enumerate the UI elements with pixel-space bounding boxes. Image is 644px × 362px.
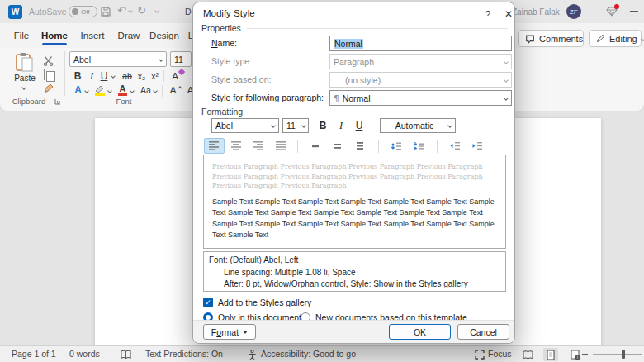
font-name-combo[interactable]: Abel <box>69 51 167 67</box>
redo-icon[interactable]: ↻ <box>137 5 146 16</box>
quick-access-dropdown-icon[interactable] <box>154 8 159 13</box>
font-size-combo[interactable]: 11 <box>170 51 192 67</box>
text-predictions-status[interactable]: Text Predictions: On <box>145 346 223 362</box>
decrease-indent-button[interactable] <box>444 138 465 154</box>
one-half-spacing-button[interactable] <box>327 138 348 154</box>
double-spacing-button[interactable] <box>349 138 370 154</box>
pencil-icon <box>596 34 605 43</box>
page-indicator[interactable]: Page 1 of 1 <box>12 346 56 362</box>
checkbox-checked-icon[interactable]: ✓ <box>203 298 213 307</box>
clipboard-dialog-launcher-icon[interactable] <box>54 98 61 105</box>
font-color-dropdown-icon[interactable] <box>130 88 135 93</box>
following-paragraph-chevron-icon <box>504 96 509 101</box>
format-font-size-value: 11 <box>286 121 296 131</box>
increase-indent-button[interactable] <box>466 138 487 154</box>
format-font-size-chevron-icon <box>301 123 306 128</box>
paste-label[interactable]: Paste <box>12 74 38 83</box>
italic-button[interactable]: I <box>86 69 97 83</box>
tab-insert[interactable]: Insert <box>74 23 111 48</box>
underline-button[interactable]: U <box>98 69 110 83</box>
undo-dropdown-icon[interactable] <box>128 8 133 13</box>
change-case-dropdown-icon[interactable] <box>153 88 158 93</box>
notification-dot <box>614 4 619 9</box>
format-dropdown-icon <box>243 331 248 334</box>
editing-mode-button[interactable]: Editing <box>589 30 642 47</box>
description-line-1: Font: (Default) Abel, Left <box>209 255 500 267</box>
word-logo-icon: W <box>8 5 22 19</box>
format-font-name-combo[interactable]: Abel <box>211 118 279 133</box>
style-type-label: Style type: <box>211 54 252 69</box>
cancel-button[interactable]: Cancel <box>457 324 509 340</box>
highlight-color-button[interactable] <box>94 84 106 96</box>
zoom-slider-track[interactable] <box>593 354 642 355</box>
zoom-out-button[interactable] <box>582 354 588 355</box>
editing-label: Editing <box>609 34 637 44</box>
align-center-button[interactable] <box>226 138 247 154</box>
bold-button[interactable]: B <box>71 69 84 83</box>
underline-dropdown-icon[interactable] <box>111 74 116 79</box>
save-icon[interactable] <box>100 6 111 17</box>
subscript-button[interactable]: x₂ <box>135 69 148 83</box>
increase-paragraph-spacing-button[interactable] <box>386 138 406 154</box>
print-layout-icon[interactable] <box>543 348 558 361</box>
paste-icon[interactable] <box>14 52 34 72</box>
autosave-toggle[interactable]: Off <box>69 6 97 17</box>
cut-icon[interactable] <box>43 55 54 66</box>
format-menu-button[interactable]: Format <box>203 324 256 340</box>
text-effects-button[interactable]: A <box>72 84 84 96</box>
format-color-chevron-icon <box>447 123 452 128</box>
format-font-size-combo[interactable]: 11 <box>282 118 309 133</box>
add-to-gallery-option[interactable]: ✓ Add to the Styles gallery <box>203 298 311 307</box>
following-paragraph-dropdown[interactable]: ¶ Normal <box>329 90 512 106</box>
format-color-combo[interactable]: Automatic <box>380 118 456 133</box>
text-effects-dropdown-icon[interactable] <box>84 88 89 93</box>
highlight-dropdown-icon[interactable] <box>107 88 112 93</box>
focus-button[interactable]: Focus <box>488 346 512 362</box>
grow-font-button[interactable]: A <box>168 84 178 96</box>
zoom-slider-thumb[interactable] <box>622 350 625 359</box>
paste-dropdown-icon[interactable] <box>21 85 26 90</box>
copy-icon[interactable] <box>44 69 45 80</box>
properties-section-label: Properties <box>201 23 508 33</box>
justify-button[interactable] <box>271 138 291 154</box>
proofing-icon[interactable] <box>121 350 131 362</box>
close-button[interactable]: ✕ <box>500 6 517 22</box>
comments-button[interactable]: Comments <box>518 30 584 47</box>
user-avatar[interactable]: ZF <box>566 4 581 19</box>
word-count[interactable]: 0 words <box>69 346 100 362</box>
superscript-button[interactable]: x² <box>149 69 161 83</box>
tab-design[interactable]: Design <box>145 23 183 48</box>
read-mode-icon[interactable] <box>520 348 535 361</box>
autosave-state: Off <box>81 8 90 16</box>
accessibility-icon[interactable] <box>248 350 257 362</box>
name-label: Name: <box>211 36 237 51</box>
align-left-button[interactable] <box>204 138 225 154</box>
modify-style-dialog: Modify Style ? ✕ Properties Name: Normal… <box>192 2 515 344</box>
format-italic-button[interactable]: I <box>334 118 348 133</box>
strikethrough-button[interactable]: ab <box>121 69 134 83</box>
style-description-box: Font: (Default) Abel, Left Line spacing:… <box>203 251 506 292</box>
style-type-chevron-icon <box>504 60 509 64</box>
name-input[interactable]: Normal <box>329 36 512 51</box>
ok-button[interactable]: OK <box>389 324 451 340</box>
style-type-value: Paragraph <box>334 57 374 67</box>
decrease-paragraph-spacing-button[interactable] <box>408 138 429 154</box>
minimize-button[interactable] <box>630 11 638 12</box>
gem-notification-icon[interactable] <box>606 7 618 17</box>
format-underline-button[interactable]: U <box>352 118 367 133</box>
tab-file[interactable]: File <box>8 23 35 48</box>
single-spacing-button[interactable] <box>305 138 325 154</box>
change-case-button[interactable]: Aa <box>139 84 153 96</box>
formatting-section-label: Formatting <box>201 107 508 117</box>
undo-icon[interactable]: ↶ <box>117 5 126 16</box>
align-right-button[interactable] <box>249 138 269 154</box>
tab-home[interactable]: Home <box>36 23 73 48</box>
format-painter-icon[interactable] <box>43 83 54 93</box>
tab-draw[interactable]: Draw <box>112 23 145 48</box>
help-button[interactable]: ? <box>481 7 495 21</box>
accessibility-status[interactable]: Accessibility: Good to go <box>261 346 356 362</box>
format-font-name-value: Abel <box>215 121 233 131</box>
web-layout-icon[interactable]: i <box>568 348 583 361</box>
font-size-value: 11 <box>174 55 183 64</box>
format-bold-button[interactable]: B <box>315 118 330 133</box>
